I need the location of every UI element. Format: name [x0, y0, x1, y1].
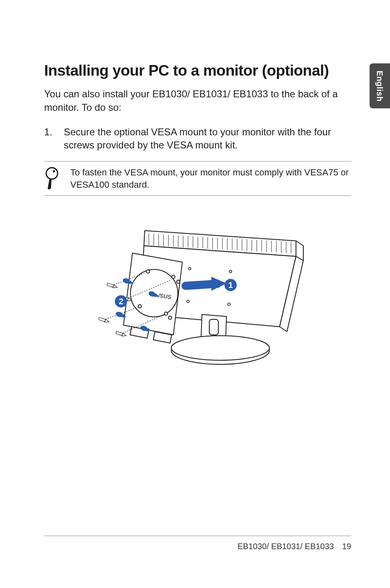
- svg-point-1: [53, 170, 55, 173]
- svg-point-4: [171, 336, 269, 360]
- footer-model: EB1030/ EB1031/ EB1033: [238, 542, 334, 551]
- intro-paragraph: You can also install your EB1030/ EB1031…: [44, 88, 351, 114]
- magnifier-icon: [44, 166, 61, 190]
- vesa-mount-illustration: 1 /SUS: [87, 212, 308, 376]
- svg-point-45: [164, 312, 168, 315]
- svg-rect-49: [107, 283, 114, 287]
- note-text: To fasten the VESA mount, your monitor m…: [70, 166, 351, 191]
- svg-point-44: [138, 305, 141, 308]
- step-number: 1.: [44, 126, 52, 152]
- language-tab: English: [370, 63, 390, 108]
- step-item: 1. Secure the optional VESA mount to you…: [44, 126, 351, 152]
- svg-point-43: [177, 280, 180, 283]
- page-footer: EB1030/ EB1031/ EB1033 19: [44, 536, 351, 551]
- svg-rect-2: [209, 319, 218, 335]
- svg-point-46: [168, 316, 172, 319]
- step-text: Secure the optional VESA mount to your m…: [64, 126, 351, 152]
- svg-point-42: [172, 275, 175, 278]
- svg-point-0: [46, 168, 58, 179]
- svg-rect-53: [99, 317, 105, 322]
- note-block: To fasten the VESA mount, your monitor m…: [44, 161, 351, 196]
- callout-label-2: 2: [119, 297, 123, 306]
- footer-page-number: 19: [342, 542, 351, 551]
- callout-label-1: 1: [228, 281, 233, 290]
- svg-rect-55: [116, 331, 123, 336]
- page-title: Installing your PC to a monitor (optiona…: [44, 61, 351, 80]
- language-tab-label: English: [375, 70, 385, 101]
- svg-point-41: [146, 270, 150, 273]
